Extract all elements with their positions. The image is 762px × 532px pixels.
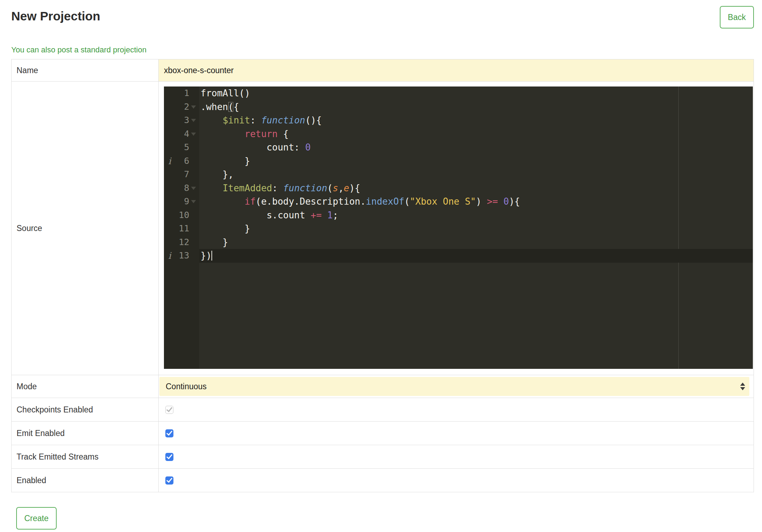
line-number: 11 — [179, 222, 189, 236]
gutter-line[interactable]: 10 — [164, 209, 199, 222]
enabled-checkbox[interactable] — [165, 476, 173, 485]
code-line[interactable]: }, — [199, 168, 753, 181]
line-number: 7 — [184, 168, 189, 181]
line-number: 10 — [179, 209, 189, 222]
source-code-editor[interactable]: 12345i6789101112i13 fromAll().when({ $in… — [164, 86, 753, 369]
gutter-line[interactable]: 8 — [164, 181, 199, 195]
code-line[interactable]: ItemAdded: function(s,e){ — [199, 181, 753, 195]
gutter-line[interactable]: 2 — [164, 100, 199, 114]
line-number: 12 — [179, 236, 189, 249]
line-number: 6 — [184, 154, 189, 168]
gutter-line[interactable]: 1 — [164, 86, 199, 100]
new-projection-page: New Projection Back You can also post a … — [0, 10, 762, 530]
create-button[interactable]: Create — [16, 507, 57, 530]
emit-checkbox[interactable] — [165, 429, 173, 437]
code-line[interactable]: fromAll() — [199, 86, 753, 100]
mode-cell: Continuous — [159, 375, 754, 398]
code-line[interactable]: .when({ — [199, 100, 753, 114]
emit-cell — [159, 422, 754, 445]
projection-form-table: Name xbox-one-s-counter Source 12345i678… — [11, 59, 754, 492]
form-row-name: Name xbox-one-s-counter — [12, 59, 754, 82]
enabled-label: Enabled — [12, 469, 159, 492]
gutter-line[interactable]: i6 — [164, 154, 199, 168]
source-cell: 12345i6789101112i13 fromAll().when({ $in… — [159, 82, 754, 375]
code-line[interactable]: return { — [199, 127, 753, 141]
gutter-line[interactable]: 11 — [164, 222, 199, 236]
text-cursor — [211, 251, 212, 261]
gutter-line[interactable]: i13 — [164, 249, 199, 263]
fold-arrow-icon[interactable] — [191, 200, 196, 203]
code-line[interactable]: s.count += 1; — [199, 209, 753, 222]
code-line[interactable]: $init: function(){ — [199, 114, 753, 127]
select-arrows-icon — [740, 383, 745, 390]
code-line[interactable]: } — [199, 236, 753, 249]
form-row-enabled: Enabled — [12, 469, 754, 492]
line-number: 2 — [184, 100, 189, 114]
annotation-info-icon: i — [168, 156, 171, 166]
form-row-source: Source 12345i6789101112i13 fromAll().whe… — [12, 82, 754, 375]
fold-arrow-icon[interactable] — [191, 187, 196, 190]
gutter-line[interactable]: 9 — [164, 195, 199, 209]
line-number: 9 — [184, 195, 189, 209]
standard-projection-link[interactable]: You can also post a standard projection — [11, 45, 146, 55]
track-label: Track Emitted Streams — [12, 445, 159, 469]
track-cell — [159, 445, 754, 469]
checkpoints-label: Checkpoints Enabled — [12, 398, 159, 422]
source-label: Source — [12, 82, 159, 375]
annotation-info-icon: i — [168, 250, 171, 261]
checkpoints-checkbox — [165, 406, 173, 414]
code-line[interactable]: } — [199, 222, 753, 236]
gutter-line[interactable]: 3 — [164, 114, 199, 127]
code-line[interactable]: if(e.body.Description.indexOf("Xbox One … — [199, 195, 753, 209]
page-title: New Projection — [11, 10, 762, 22]
form-row-emit: Emit Enabled — [12, 422, 754, 445]
fold-arrow-icon[interactable] — [191, 105, 196, 109]
line-number: 4 — [184, 127, 189, 141]
form-row-track: Track Emitted Streams — [12, 445, 754, 469]
code-line[interactable]: }) — [199, 249, 753, 263]
gutter-line[interactable]: 12 — [164, 236, 199, 249]
enabled-cell — [159, 469, 754, 492]
gutter-line[interactable]: 7 — [164, 168, 199, 181]
mode-label: Mode — [12, 375, 159, 398]
track-emitted-streams-checkbox[interactable] — [165, 453, 173, 461]
fold-arrow-icon[interactable] — [191, 119, 196, 122]
line-number: 3 — [184, 114, 189, 127]
mode-select-value: Continuous — [166, 382, 207, 391]
line-number: 13 — [179, 249, 189, 263]
fold-arrow-icon[interactable] — [191, 133, 196, 136]
line-number: 1 — [184, 86, 189, 100]
name-input[interactable]: xbox-one-s-counter — [159, 59, 754, 82]
back-button[interactable]: Back — [720, 6, 754, 28]
code-line[interactable]: count: 0 — [199, 141, 753, 154]
name-label: Name — [12, 59, 159, 82]
gutter-line[interactable]: 4 — [164, 127, 199, 141]
form-row-checkpoints: Checkpoints Enabled — [12, 398, 754, 422]
line-number: 8 — [184, 181, 189, 195]
code-line[interactable]: } — [199, 154, 753, 168]
mode-select[interactable]: Continuous — [159, 377, 749, 396]
editor-gutter[interactable]: 12345i6789101112i13 — [164, 86, 199, 369]
form-row-mode: Mode Continuous — [12, 375, 754, 398]
emit-label: Emit Enabled — [12, 422, 159, 445]
checkpoints-cell — [159, 398, 754, 422]
editor-code[interactable]: fromAll().when({ $init: function(){ retu… — [199, 86, 753, 369]
gutter-line[interactable]: 5 — [164, 141, 199, 154]
line-number: 5 — [184, 141, 189, 154]
